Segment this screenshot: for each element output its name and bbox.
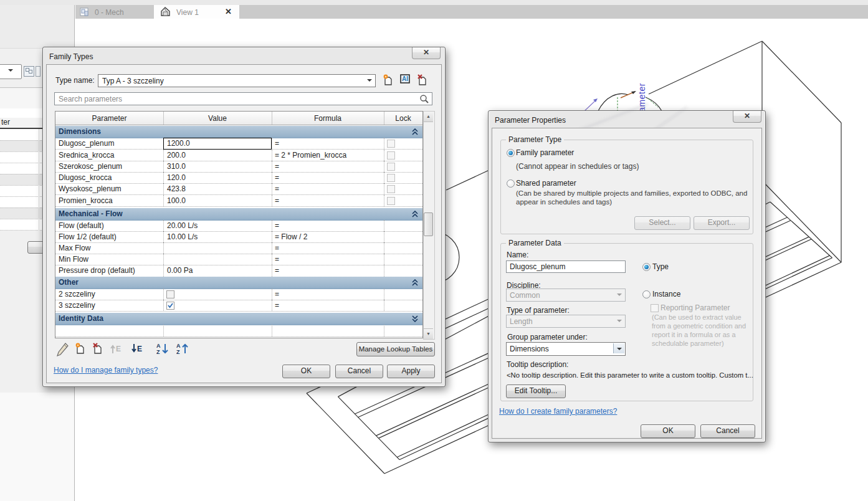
svg-text:Z: Z xyxy=(156,349,160,355)
svg-text:E: E xyxy=(116,345,121,353)
svg-text:A: A xyxy=(176,343,181,349)
svg-text:A: A xyxy=(156,343,161,349)
svg-text:Z: Z xyxy=(176,349,180,355)
svg-text:AI: AI xyxy=(402,75,408,82)
svg-text:E: E xyxy=(137,345,142,353)
